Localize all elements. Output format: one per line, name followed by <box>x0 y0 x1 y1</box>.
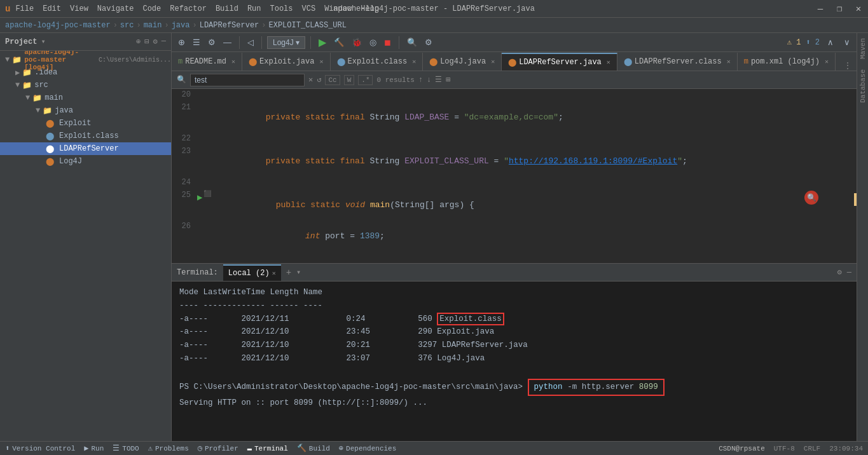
menu-file[interactable]: File <box>15 4 34 13</box>
breadcrumb-item-4[interactable]: java <box>172 21 190 30</box>
toolbar-back-btn[interactable]: ◁ <box>245 36 256 48</box>
tree-item-exploit[interactable]: ⬤ Exploit <box>0 117 171 130</box>
menu-refactor[interactable]: Refactor <box>170 4 207 13</box>
tab-exploit-java-close[interactable]: ✕ <box>319 58 323 65</box>
regex-btn[interactable]: .* <box>358 75 373 85</box>
tab-ldaprefserver-class-close[interactable]: ✕ <box>727 58 731 65</box>
maximize-button[interactable]: ❐ <box>835 4 844 13</box>
line-sep-label[interactable]: CRLF <box>804 445 820 452</box>
search-highlight-btn[interactable]: ☰ <box>435 75 442 85</box>
breadcrumb-item-3[interactable]: main <box>144 21 162 30</box>
tree-item-exploit-class[interactable]: ⬤ Exploit.class <box>0 130 171 142</box>
match-word-btn[interactable]: W <box>344 75 355 85</box>
tab-pom[interactable]: m pom.xml (log4j) ✕ <box>738 53 836 71</box>
status-run[interactable]: ▶ Run <box>84 444 104 453</box>
menu-build[interactable]: Build <box>216 4 238 13</box>
status-build[interactable]: 🔨 Build <box>297 444 330 453</box>
debug-btn[interactable]: 🐞 <box>349 36 364 48</box>
tree-item-log4j[interactable]: ⬤ Log4J <box>0 155 171 168</box>
breadcrumb-item-5[interactable]: LDAPRefServer <box>200 21 259 30</box>
tree-item-java[interactable]: ▼ 📁 java <box>0 104 171 117</box>
menu-code[interactable]: Code <box>142 4 161 13</box>
encoding-label[interactable]: UTF-8 <box>774 445 795 452</box>
status-problems[interactable]: ⚠ Problems <box>148 444 189 453</box>
sidebar-close-icon[interactable]: — <box>162 37 166 46</box>
editor-more-icon[interactable]: ⋮ <box>844 61 851 71</box>
terminal-settings-btn[interactable]: ⚙ <box>837 268 842 277</box>
minimize-button[interactable]: — <box>816 4 825 13</box>
status-todo[interactable]: ☰ TODO <box>113 444 139 453</box>
tree-item-ldaprefserver[interactable]: ⬤ LDAPRefServer <box>0 142 171 155</box>
status-profiler[interactable]: ◷ Profiler <box>198 444 238 453</box>
toolbar-list-btn[interactable]: ☰ <box>190 36 203 48</box>
tab-readme[interactable]: m README.md ✕ <box>172 53 242 71</box>
tab-pom-close[interactable]: ✕ <box>825 58 829 65</box>
stop-btn[interactable]: ◼ <box>382 36 394 48</box>
status-dependencies[interactable]: ⊕ Dependencies <box>339 444 396 453</box>
build-btn[interactable]: 🔨 <box>331 36 347 48</box>
search-filter-btn[interactable]: ⊞ <box>446 75 450 85</box>
breakpoint-marker[interactable]: ▶ <box>197 193 202 203</box>
search-magnifier-icon[interactable]: 🔍 <box>804 191 818 205</box>
file-size-2: 3297 <box>418 341 437 350</box>
menu-run[interactable]: Run <box>247 4 261 13</box>
todo-label: TODO <box>122 445 139 452</box>
tab-ldaprefserver-close[interactable]: ✕ <box>607 58 610 66</box>
tab-readme-close[interactable]: ✕ <box>231 58 235 65</box>
search-clear-btn[interactable]: ✕ <box>308 75 313 85</box>
maven-tab[interactable]: Maven <box>857 33 869 64</box>
tree-root[interactable]: ▼ 📁 apache-log4j-poc-master [log4j] C:\U… <box>0 53 171 66</box>
sidebar-collapse-icon[interactable]: ⊟ <box>144 37 149 46</box>
match-case-btn[interactable]: Cc <box>325 75 340 85</box>
database-tab[interactable]: Database <box>857 64 869 108</box>
terminal-header: Terminal: Local (2) ✕ + ▾ ⚙ — <box>172 264 857 282</box>
tree-item-src[interactable]: ▼ 📁 src <box>0 79 171 92</box>
status-terminal[interactable]: ▬ Terminal <box>247 444 288 453</box>
sidebar-new-icon[interactable]: ⊕ <box>136 37 141 46</box>
menu-view[interactable]: View <box>70 4 88 13</box>
tab-exploit-java[interactable]: ⬤ Exploit.java ✕ <box>242 53 330 71</box>
sidebar-settings-icon[interactable]: ⚙ <box>153 37 158 46</box>
search-next-btn[interactable]: ↓ <box>427 76 431 85</box>
toolbar-add-btn[interactable]: ⊕ <box>176 36 188 48</box>
tree-item-main[interactable]: ▼ 📁 main <box>0 92 171 104</box>
tab-exploit-class[interactable]: ⬤ Exploit.class ✕ <box>331 53 424 71</box>
log4j-dropdown[interactable]: Log4J ▾ <box>267 36 305 49</box>
coverage-btn[interactable]: ◎ <box>367 36 379 48</box>
breadcrumb-item-6[interactable]: EXPLOIT_CLASS_URL <box>269 21 347 30</box>
sidebar-dropdown-icon[interactable]: ▾ <box>41 37 45 46</box>
tab-ldaprefserver[interactable]: ⬤ LDAPRefServer.java ✕ <box>502 53 617 71</box>
terminal-tab-close[interactable]: ✕ <box>272 269 276 277</box>
code-line-20: 20 <box>172 89 857 102</box>
run-gutter-icon[interactable]: ⬛ <box>203 191 211 198</box>
close-button[interactable]: ✕ <box>854 4 863 13</box>
status-version-control[interactable]: ⬆ Version Control <box>5 444 75 453</box>
menu-edit[interactable]: Edit <box>43 4 61 13</box>
search-everywhere-btn[interactable]: 🔍 <box>404 36 420 48</box>
terminal-close-panel-btn[interactable]: — <box>847 268 851 277</box>
toolbar-settings-btn[interactable]: ⚙ <box>205 36 218 48</box>
tab-exploit-class-close[interactable]: ✕ <box>412 58 416 65</box>
menu-navigate[interactable]: Navigate <box>97 4 134 13</box>
tab-log4j[interactable]: ⬤ Log4J.java ✕ <box>423 53 502 71</box>
terminal-add-btn[interactable]: + <box>286 268 291 278</box>
search-input[interactable] <box>190 74 305 86</box>
code-editor[interactable]: 20 21 private static final String LDAP_B… <box>172 89 857 263</box>
search-refresh-btn[interactable]: ↺ <box>317 75 321 85</box>
terminal-dropdown-btn[interactable]: ▾ <box>296 268 301 277</box>
tab-ldaprefserver-class[interactable]: ⬤ LDAPRefServer.class ✕ <box>617 53 738 71</box>
tab-log4j-close[interactable]: ✕ <box>491 58 495 65</box>
toolbar-dash-btn[interactable]: — <box>221 36 234 48</box>
terminal-content[interactable]: Mode LastWriteTime Length Name ---- ----… <box>172 282 857 441</box>
terminal-tab-local[interactable]: Local (2) ✕ <box>223 264 281 281</box>
settings-main-btn[interactable]: ⚙ <box>422 36 435 48</box>
breadcrumb-item-2[interactable]: src <box>120 21 134 30</box>
menu-vcs[interactable]: VCS <box>302 4 316 13</box>
breadcrumb-item-1[interactable]: apache-log4j-poc-master <box>5 21 111 30</box>
run-btn[interactable]: ▶ <box>316 35 329 50</box>
menu-tools[interactable]: Tools <box>270 4 293 13</box>
search-prev-btn[interactable]: ↑ <box>418 76 423 85</box>
toolbar-arrow-down[interactable]: ∨ <box>841 36 853 48</box>
toolbar-arrow-up[interactable]: ∧ <box>825 36 836 48</box>
terminal-file-row-1: -a---- 2021/12/10 23:45 290 Exploit.java <box>179 326 849 338</box>
